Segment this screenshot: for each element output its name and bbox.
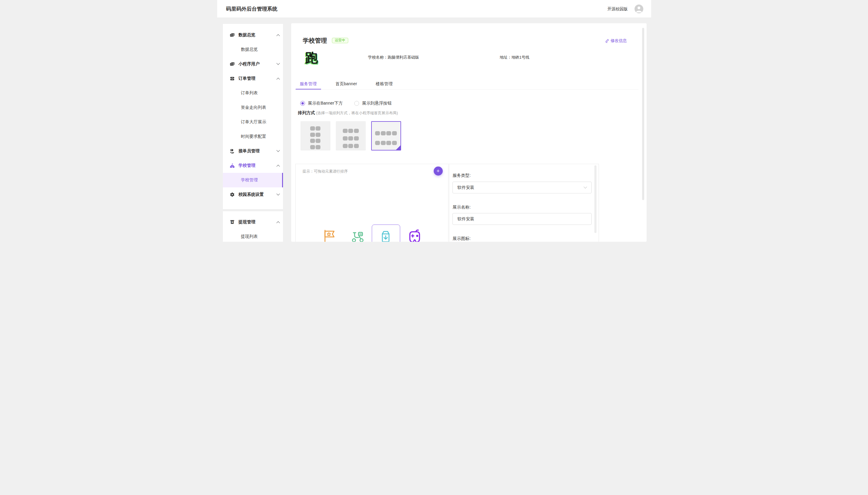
display-name-input[interactable]	[453, 213, 592, 225]
school-name: 学校名称：跑腿便利店基础版	[368, 54, 419, 61]
page-title: 学校管理	[303, 37, 327, 45]
service-type-label: 服务类型:	[453, 172, 471, 178]
chevron-down-icon	[276, 149, 280, 152]
display-icon-label: 展示图标:	[453, 235, 471, 241]
service-edit-form: 服务类型: 软件安装 展示名称: 展示图标:	[449, 164, 599, 242]
display-name-label: 展示名称:	[453, 204, 471, 210]
user-avatar[interactable]	[635, 4, 643, 13]
withdraw-icon: ¥	[230, 220, 235, 224]
layout-option-2col[interactable]	[301, 121, 331, 151]
sidebar-item-school-mgmt[interactable]: 学校管理	[223, 158, 283, 173]
sidebar-item-label: 数据总览	[238, 32, 277, 38]
drag-hint: 提示：可拖动元素进行排序	[303, 169, 348, 174]
school-name-value: 跑腿便利店基础版	[388, 55, 419, 59]
sidebar-item-label: 资金走向列表	[241, 105, 279, 110]
card-scrollbar[interactable]	[642, 28, 644, 200]
sidebar-item-fund-flow-list[interactable]: 资金走向列表	[223, 100, 283, 115]
school-address-value: 地铁1号线	[512, 55, 529, 59]
chevron-up-icon	[276, 34, 280, 37]
data-cards-icon	[230, 33, 235, 37]
edit-info-label: 修改信息	[611, 38, 627, 44]
chevron-down-icon	[584, 185, 587, 189]
chevron-down-icon	[276, 192, 280, 195]
courier-icon	[230, 149, 235, 154]
sidebar-item-withdraw-mgmt[interactable]: ¥ 提现管理	[223, 215, 283, 229]
school-logo: 跑	[305, 50, 321, 66]
delivery-scooter-icon[interactable]	[350, 229, 365, 242]
sidebar-item-miniprogram-users[interactable]: 小程序用户	[223, 57, 283, 71]
school-name-label: 学校名称：	[368, 55, 388, 59]
sidebar-item-label: 订单管理	[238, 76, 277, 81]
sidebar-item-label: 学校管理	[241, 177, 279, 183]
form-scrollbar[interactable]	[595, 165, 597, 233]
header-right: 开源校园版	[607, 0, 643, 18]
chevron-down-icon	[276, 62, 280, 65]
tab-bar: 服务管理 首页banner 楼栋管理	[296, 78, 407, 89]
service-type-value: 软件安装	[458, 185, 475, 190]
sidebar-item-label: 提现管理	[238, 219, 277, 225]
edition-label: 开源校园版	[607, 6, 628, 12]
add-service-button[interactable]: +	[434, 167, 443, 175]
sidebar-item-data-overview-child[interactable]: 数据总览	[223, 42, 283, 57]
layout-option-4col-selected[interactable]	[371, 121, 401, 151]
arrangement-title: 排列方式(选择一项排列方式，将在小程序端首页展示布局)	[298, 110, 398, 116]
sidebar-item-label: 时间要求配置	[241, 134, 279, 139]
tab-service-mgmt[interactable]: 服务管理	[296, 78, 321, 89]
sidebar-item-courier-mgmt[interactable]: 接单员管理	[223, 144, 283, 158]
layout-options	[301, 121, 401, 151]
sidebar-item-label: 数据总览	[241, 47, 279, 52]
sidebar-item-label: 学校管理	[238, 163, 277, 168]
sidebar-item-data-overview[interactable]: 数据总览	[223, 28, 283, 42]
orders-icon	[230, 76, 235, 81]
status-badge: 运营中	[332, 38, 349, 44]
sidebar-item-label: 提现列表	[241, 234, 279, 239]
service-type-select[interactable]: 软件安装	[453, 182, 592, 193]
sidebar-item-label: 接单员管理	[238, 148, 277, 154]
sidebar-item-order-list[interactable]: 订单列表	[223, 86, 283, 100]
arrangement-title-text: 排列方式	[298, 110, 315, 115]
app-window: 码里码外后台管理系统 开源校园版 数据总览 数据总览	[217, 0, 651, 248]
layout-preview-3x3	[343, 129, 359, 151]
main-content-card: 学校管理 运营中 修改信息 跑 学校名称：跑腿便利店基础版 地址：地铁1号线 服…	[291, 23, 646, 242]
radio-floating-button-label[interactable]: 展示到悬浮按钮	[362, 101, 392, 106]
page-title-row: 学校管理 运营中	[303, 36, 349, 45]
top-header: 码里码外后台管理系统 开源校园版	[217, 0, 651, 18]
sidebar-item-campus-settings[interactable]: 校园系统设置	[223, 187, 283, 202]
display-position-options: 展示在Banner下方 展示到悬浮按钮	[300, 101, 403, 106]
miniprogram-users-icon	[230, 62, 235, 67]
sidebar-item-label: 小程序用户	[238, 61, 277, 67]
tab-building-mgmt[interactable]: 楼栋管理	[371, 78, 397, 89]
school-address-label: 地址：	[500, 55, 512, 59]
sidebar-item-label: 订单大厅展示	[241, 119, 279, 125]
app-title: 码里码外后台管理系统	[226, 0, 278, 18]
sidebar-main: 数据总览 数据总览 小程序用户 订单管理 订单列表 资金走向列表 订单大厅	[223, 24, 283, 209]
sidebar-item-order-mgmt[interactable]: 订单管理	[223, 71, 283, 86]
radio-banner-below[interactable]	[300, 101, 305, 106]
sidebar-item-time-config[interactable]: 时间要求配置	[223, 129, 283, 144]
layout-option-3col[interactable]	[336, 121, 366, 151]
tab-bar-divider	[295, 89, 638, 90]
box-download-icon[interactable]	[378, 229, 393, 242]
selected-corner-mark	[396, 146, 401, 150]
chevron-up-icon	[276, 221, 280, 224]
gear-icon	[230, 192, 235, 197]
tab-home-banner[interactable]: 首页banner	[331, 78, 361, 89]
edit-info-link[interactable]: 修改信息	[605, 38, 627, 44]
flag-star-icon[interactable]	[322, 229, 337, 242]
radio-banner-below-label[interactable]: 展示在Banner下方	[308, 101, 343, 106]
sidebar-item-order-hall[interactable]: 订单大厅展示	[223, 115, 283, 129]
sidebar-item-label: 校园系统设置	[238, 192, 277, 197]
sidebar-item-withdraw-list[interactable]: 提现列表	[223, 229, 283, 242]
person-icon	[635, 4, 643, 13]
school-icon	[230, 163, 235, 168]
chevron-up-icon	[276, 78, 280, 81]
sidebar-item-label: 订单列表	[241, 90, 279, 96]
layout-preview-2x4	[310, 126, 321, 151]
game-controller-icon[interactable]	[407, 229, 422, 242]
sidebar-withdraw: ¥ 提现管理 提现列表	[223, 211, 283, 242]
radio-floating-button[interactable]	[354, 101, 359, 106]
layout-preview-4x2	[375, 131, 397, 150]
service-sort-panel: 提示：可拖动元素进行排序 + 服务类型: 软件安装	[295, 164, 599, 242]
sidebar-item-school-mgmt-child[interactable]: 学校管理	[223, 173, 283, 187]
chevron-up-icon	[276, 165, 280, 168]
